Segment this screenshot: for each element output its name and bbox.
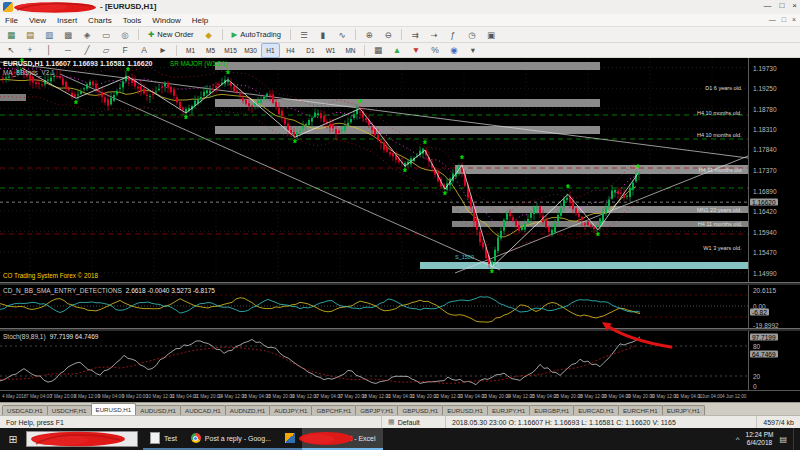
- strategy-tester[interactable]: ◎: [116, 27, 134, 42]
- tile-windows[interactable]: ▦: [369, 43, 387, 58]
- chart-tab-eurcad-h1[interactable]: EURCAD,H1: [573, 405, 619, 415]
- timeframe-button-w1[interactable]: W1: [321, 43, 340, 58]
- entry-detections-scale[interactable]: 20.61150.00-19.8992-6.82: [748, 285, 800, 328]
- child-close-button[interactable]: ×: [792, 16, 796, 23]
- child-minimize-button[interactable]: —: [769, 16, 776, 23]
- stochastic-plot[interactable]: [0, 331, 748, 394]
- start-button[interactable]: ⊞: [0, 433, 26, 446]
- new-chart[interactable]: ▦: [2, 27, 20, 42]
- timeframe-button-mn[interactable]: MN: [341, 43, 360, 58]
- menu-item-insert[interactable]: Insert: [57, 16, 77, 25]
- timeframe-button-h1[interactable]: H1: [261, 43, 280, 58]
- chart-tab-usdcad-h1[interactable]: USDCAD,H1: [2, 405, 48, 415]
- arrow-up-buy[interactable]: ▲: [388, 43, 406, 58]
- chart-tab-gbpjpy-h1[interactable]: GBPJPY,H1: [355, 405, 398, 415]
- chart-tab-eurjpy-h1[interactable]: EURJPY,H1: [662, 405, 705, 415]
- supply-demand-zone: [215, 126, 600, 134]
- trendline-tool[interactable]: ╱: [78, 43, 96, 58]
- arrow-tool[interactable]: ►: [154, 43, 172, 58]
- main-chart-plot[interactable]: ***************: [0, 58, 748, 286]
- chart-tab-eurusd-h1[interactable]: EURUSD,H1: [91, 403, 137, 415]
- templates-menu[interactable]: ▣: [482, 27, 500, 42]
- main-chart-panel[interactable]: *************** EURUSD,H1 1.16607 1.1669…: [0, 58, 800, 282]
- options-menu[interactable]: ◉: [445, 43, 463, 58]
- percent-tool[interactable]: %: [426, 43, 444, 58]
- market-watch[interactable]: ▥: [40, 27, 58, 42]
- menu-item-view[interactable]: View: [29, 16, 46, 25]
- minimize-button[interactable]: —: [763, 1, 771, 10]
- cursor-tool[interactable]: ↖: [2, 43, 20, 58]
- autotrading-button[interactable]: ▶AutoTrading: [227, 27, 286, 42]
- chart-tab-eurjpy-h1[interactable]: EURJPY,H1: [487, 405, 530, 415]
- taskbar-clock[interactable]: 12:24 PM 6/4/2018: [746, 431, 774, 447]
- more-dropdown[interactable]: ▾: [464, 43, 482, 58]
- bar-chart-mode[interactable]: ☰: [295, 27, 313, 42]
- taskbar-app-excel[interactable]: X01 Fotbal - Excel: [302, 428, 383, 450]
- timeframe-button-d1[interactable]: D1: [301, 43, 320, 58]
- fibonacci-tool[interactable]: F: [116, 43, 134, 58]
- channel-tool[interactable]: ▱: [97, 43, 115, 58]
- terminal[interactable]: ▭: [97, 27, 115, 42]
- chart-shift[interactable]: ⇢: [425, 27, 443, 42]
- line-chart-mode[interactable]: ∿: [333, 27, 351, 42]
- chart-tab-gbpusd-h1[interactable]: GBPUSD,H1: [397, 405, 443, 415]
- profiles[interactable]: ▤: [21, 27, 39, 42]
- metaeditor-button[interactable]: ◆: [200, 27, 218, 42]
- data-window[interactable]: ▩: [59, 27, 77, 42]
- horizontal-line-tool[interactable]: ─: [59, 43, 77, 58]
- indicators-list[interactable]: ƒ: [444, 27, 462, 42]
- chart-tab-audusd-h1[interactable]: AUDUSD,H1: [135, 405, 181, 415]
- navigator[interactable]: ◈: [78, 27, 96, 42]
- timeframe-button-mn-icon: MN: [345, 47, 355, 54]
- crosshair-tool[interactable]: +: [21, 43, 39, 58]
- periods-menu[interactable]: ◷: [463, 27, 481, 42]
- zoom-in[interactable]: ⊕: [360, 27, 378, 42]
- tray-expand-icon[interactable]: ^: [736, 435, 740, 444]
- chart-tab-eurchf-h1[interactable]: EURCHF,H1: [618, 405, 663, 415]
- stochastic-panel[interactable]: Stoch(89,89,1)97.7199 64.7469 1008020097…: [0, 331, 800, 390]
- chart-tab-gbpchf-h1[interactable]: GBPCHF,H1: [311, 405, 356, 415]
- menu-item-file[interactable]: File: [5, 16, 18, 25]
- child-restore-button[interactable]: □: [782, 16, 786, 23]
- menu-item-tools[interactable]: Tools: [123, 16, 142, 25]
- maximize-button[interactable]: □: [779, 1, 784, 10]
- chart-tab-audcad-h1[interactable]: AUDCAD,H1: [180, 405, 226, 415]
- timeframe-button-m30[interactable]: M30: [241, 43, 260, 58]
- menu-item-charts[interactable]: Charts: [88, 16, 112, 25]
- arrow-down-sell[interactable]: ▼: [407, 43, 425, 58]
- arrow-up-buy-icon: ▲: [393, 45, 401, 55]
- chart-tab-audnzd-h1[interactable]: AUDNZD,H1: [225, 405, 270, 415]
- chart-tab-eurgbp-h1[interactable]: EURGBP,H1: [529, 405, 574, 415]
- stochastic-scale[interactable]: 1008020097.719964.7469: [748, 331, 800, 390]
- chart-tab-audjpy-h1[interactable]: AUDJPY,H1: [269, 405, 312, 415]
- timeframe-button-h4[interactable]: H4: [281, 43, 300, 58]
- stochastic-canvas[interactable]: [0, 331, 748, 390]
- text-tool[interactable]: A: [135, 43, 153, 58]
- taskbar-app-mt4[interactable]: [278, 428, 302, 450]
- candlestick-chart[interactable]: ***************: [0, 58, 748, 282]
- chart-tab-usdchf-h1[interactable]: USDCHF,H1: [47, 405, 92, 415]
- taskbar-search-box[interactable]: [26, 431, 138, 447]
- timeframe-button-m1[interactable]: M1: [181, 43, 200, 58]
- new-order-button[interactable]: ✚New Order: [143, 27, 199, 42]
- taskbar-app-test-label: Test: [164, 435, 177, 442]
- price-scale[interactable]: 1.16620 1.197301.192501.187801.183101.17…: [748, 58, 800, 282]
- show-desktop-button[interactable]: [793, 428, 797, 450]
- entry-detections-panel[interactable]: CD_N_BB_SMA_ENTRY_DETECTIONS2.6618 -0.00…: [0, 285, 800, 328]
- menu-item-help[interactable]: Help: [192, 16, 208, 25]
- menu-item-window[interactable]: Window: [152, 16, 180, 25]
- zoom-out[interactable]: ⊖: [379, 27, 397, 42]
- timeframe-button-m15[interactable]: M15: [221, 43, 240, 58]
- action-center-icon[interactable]: ▤: [779, 435, 787, 444]
- close-button[interactable]: ×: [792, 1, 797, 10]
- chart-tab-eurusd-h1[interactable]: EURUSD,H1: [442, 405, 488, 415]
- auto-scroll[interactable]: ⇉: [406, 27, 424, 42]
- status-profile[interactable]: ▦Default: [382, 416, 446, 428]
- taskbar-app-test[interactable]: Test: [143, 428, 184, 450]
- taskbar-app-browser[interactable]: Post a reply - Goog...: [184, 428, 278, 450]
- timeframe-button-m5[interactable]: M5: [201, 43, 220, 58]
- vertical-line-tool[interactable]: │: [40, 43, 58, 58]
- candlestick-mode[interactable]: ▮: [314, 27, 332, 42]
- time-axis[interactable]: 4 May 20187 May 04:007 May 20:008 May 12…: [0, 390, 800, 402]
- title-bar[interactable]: - [EURUSD,H1] — □ ×: [0, 0, 800, 15]
